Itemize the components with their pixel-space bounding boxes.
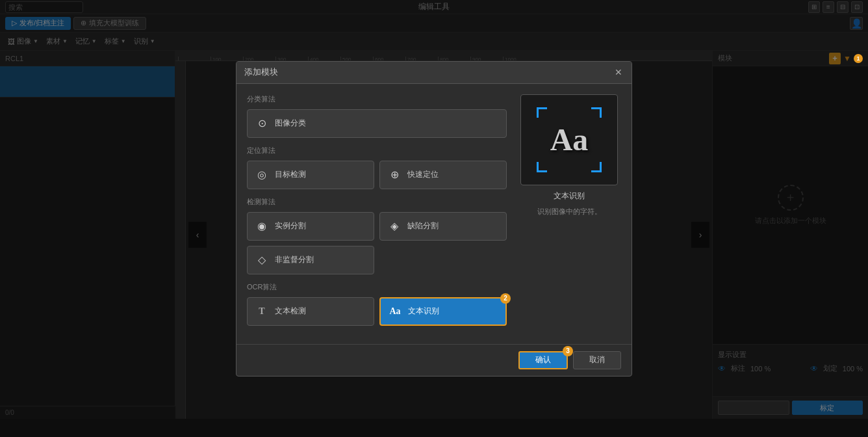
algo-defect-seg[interactable]: ◈ 缺陷分割 — [379, 212, 507, 241]
algo-instance-seg[interactable]: ◉ 实例分割 — [247, 212, 374, 241]
modal-footer: 确认 3 取消 — [236, 344, 632, 376]
badge-3: 3 — [563, 346, 573, 356]
cancel-button[interactable]: 取消 — [573, 351, 621, 369]
algo-text-recognize[interactable]: Aa 文本识别 2 — [379, 297, 507, 326]
section-label-locate: 定位算法 — [247, 146, 507, 155]
quick-locate-icon: ⊕ — [387, 167, 402, 183]
unsupervised-seg-label: 非监督分割 — [275, 254, 314, 265]
section-label-ocr: OCR算法 — [247, 282, 507, 292]
modal-close-button[interactable]: ✕ — [613, 67, 624, 77]
confirm-button[interactable]: 确认 — [518, 351, 568, 369]
modal-header: 添加模块 ✕ — [236, 62, 632, 84]
defect-seg-icon: ◈ — [387, 218, 402, 234]
image-classify-label: 图像分类 — [275, 118, 306, 129]
modal-title: 添加模块 — [244, 66, 278, 78]
preview-title: 文本识别 — [554, 191, 585, 202]
section-label-classify: 分类算法 — [247, 94, 507, 104]
preview-box: Aa — [520, 94, 618, 185]
target-detect-label: 目标检测 — [275, 169, 306, 180]
algo-target-detect[interactable]: ◎ 目标检测 — [247, 161, 374, 189]
image-classify-icon: ⊙ — [254, 116, 270, 131]
section-label-detect: 检测算法 — [247, 197, 507, 207]
modal-overlay: 添加模块 ✕ 分类算法 ⊙ 图像分类 定位算法 ◎ — [0, 0, 868, 437]
algo-text-detect[interactable]: T 文本检测 — [247, 297, 374, 326]
badge-2: 2 — [500, 293, 511, 304]
ocr-grid: T 文本检测 Aa 文本识别 2 — [247, 297, 507, 326]
defect-seg-label: 缺陷分割 — [407, 220, 439, 232]
preview-corner-tl — [537, 107, 547, 118]
quick-locate-label: 快速定位 — [407, 169, 439, 180]
text-detect-label: 文本检测 — [275, 306, 306, 317]
text-recognize-icon: Aa — [387, 304, 403, 319]
add-module-modal: 添加模块 ✕ 分类算法 ⊙ 图像分类 定位算法 ◎ — [236, 61, 632, 377]
locate-grid: ◎ 目标检测 ⊕ 快速定位 — [247, 161, 507, 189]
preview-text-icon: Aa — [550, 122, 589, 157]
preview-corner-tr — [591, 107, 602, 118]
target-detect-icon: ◎ — [254, 167, 270, 183]
preview-content: Aa — [537, 107, 602, 172]
instance-seg-icon: ◉ — [254, 218, 270, 234]
modal-right: Aa 文本识别 识别图像中的字符。 — [517, 94, 621, 334]
preview-corner-bl — [537, 162, 547, 172]
classify-grid: ⊙ 图像分类 — [247, 109, 507, 138]
preview-desc: 识别图像中的字符。 — [537, 207, 602, 217]
text-detect-icon: T — [254, 304, 270, 319]
algo-unsupervised-seg[interactable]: ◇ 非监督分割 — [247, 246, 374, 274]
unsupervised-seg-icon: ◇ — [254, 252, 270, 268]
detect-grid: ◉ 实例分割 ◈ 缺陷分割 ◇ 非监督分割 — [247, 212, 507, 274]
instance-seg-label: 实例分割 — [275, 220, 306, 232]
preview-corner-br — [591, 162, 602, 172]
algo-quick-locate[interactable]: ⊕ 快速定位 — [379, 161, 507, 189]
algo-image-classify[interactable]: ⊙ 图像分类 — [247, 109, 507, 138]
modal-left: 分类算法 ⊙ 图像分类 定位算法 ◎ 目标检测 ⊕ 快速 — [247, 94, 507, 334]
modal-body: 分类算法 ⊙ 图像分类 定位算法 ◎ 目标检测 ⊕ 快速 — [236, 84, 632, 344]
badge-1: 1 — [854, 54, 863, 63]
text-recognize-label: 文本识别 — [408, 306, 439, 317]
